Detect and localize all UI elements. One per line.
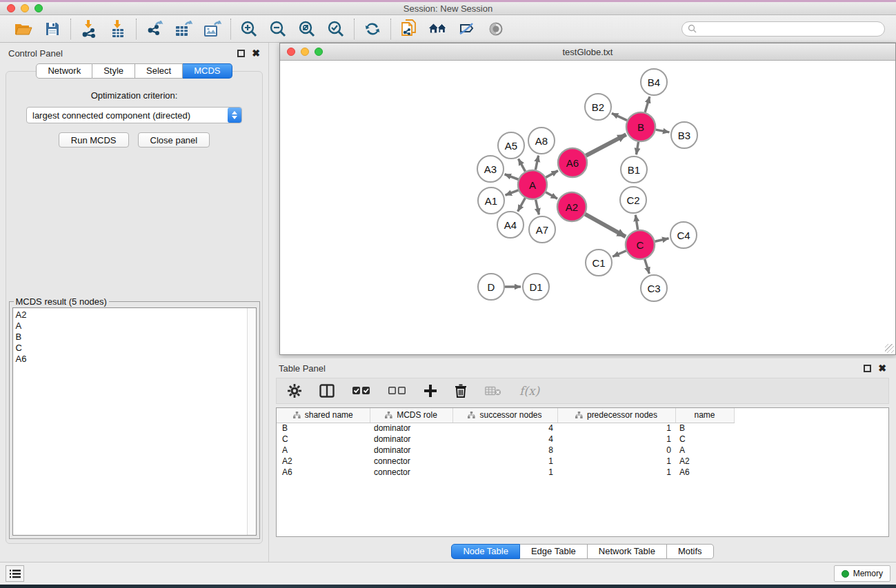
column-header-successor-nodes[interactable]: successor nodes xyxy=(452,408,557,423)
task-history-button[interactable] xyxy=(6,565,24,582)
zoom-selected-icon[interactable] xyxy=(326,19,346,39)
split-view-icon[interactable] xyxy=(319,384,335,398)
eye-icon[interactable] xyxy=(486,19,506,39)
import-table-icon[interactable] xyxy=(108,19,128,39)
edge-A-A3[interactable] xyxy=(505,174,519,179)
edge-C-C4[interactable] xyxy=(655,239,668,241)
deselect-all-icon[interactable] xyxy=(388,387,406,395)
close-table-panel-icon[interactable]: ✖ xyxy=(878,365,886,372)
edge-A-A8[interactable] xyxy=(535,156,538,170)
node-C1[interactable]: C1 xyxy=(586,250,612,276)
node-D[interactable]: D xyxy=(478,274,504,300)
result-item[interactable]: A xyxy=(16,321,256,332)
tab-network[interactable]: Network xyxy=(36,63,92,79)
close-panel-icon[interactable]: ✖ xyxy=(252,50,260,57)
edge-A-A5[interactable] xyxy=(519,159,526,171)
table-row[interactable]: Bdominator41B xyxy=(277,423,880,434)
edge-C-C2[interactable] xyxy=(635,215,637,230)
select-all-icon[interactable] xyxy=(352,387,370,395)
node-table[interactable]: shared nameMCDS rolesuccessor nodesprede… xyxy=(276,407,889,537)
close-panel-button[interactable]: Close panel xyxy=(138,132,210,148)
edge-A-A1[interactable] xyxy=(506,190,519,195)
zoom-out-icon[interactable] xyxy=(268,19,288,39)
float-table-panel-icon[interactable] xyxy=(864,365,871,372)
gear-icon[interactable] xyxy=(288,384,301,398)
table-tab-node-table[interactable]: Node Table xyxy=(451,544,520,559)
search-field[interactable] xyxy=(681,21,885,37)
result-item[interactable]: B xyxy=(16,332,256,343)
node-C4[interactable]: C4 xyxy=(670,222,697,248)
edge-A-A6[interactable] xyxy=(546,171,558,178)
trash-icon[interactable] xyxy=(455,384,467,398)
node-A1[interactable]: A1 xyxy=(478,187,504,214)
edge-B-B1[interactable] xyxy=(637,142,639,155)
open-file-icon[interactable] xyxy=(14,19,33,39)
tab-style[interactable]: Style xyxy=(92,63,135,79)
edge-A-A7[interactable] xyxy=(536,200,539,215)
edge-B-B4[interactable] xyxy=(645,97,650,112)
result-item[interactable]: A6 xyxy=(16,354,256,365)
edge-C-C3[interactable] xyxy=(645,259,650,274)
node-A2[interactable]: A2 xyxy=(557,192,586,221)
node-B4[interactable]: B4 xyxy=(641,69,667,95)
node-B3[interactable]: B3 xyxy=(671,122,697,148)
network-canvas[interactable]: AA1A2A3A4A5A6A7A8BB1B2B3B4CC1C2C3C4DD1 xyxy=(280,61,895,354)
network-graph[interactable]: AA1A2A3A4A5A6A7A8BB1B2B3B4CC1C2C3C4DD1 xyxy=(280,61,895,354)
node-B2[interactable]: B2 xyxy=(585,94,611,120)
edge-B-B2[interactable] xyxy=(612,113,627,120)
table-tab-edge-table[interactable]: Edge Table xyxy=(520,544,588,559)
save-session-icon[interactable] xyxy=(43,19,62,39)
node-C3[interactable]: C3 xyxy=(641,275,667,301)
edge-A6-B[interactable] xyxy=(586,134,626,156)
table-row[interactable]: A6connector11A6 xyxy=(277,467,880,478)
node-A4[interactable]: A4 xyxy=(497,212,524,238)
node-B1[interactable]: B1 xyxy=(621,156,647,183)
tab-mcds[interactable]: MCDS xyxy=(183,63,232,79)
tab-select[interactable]: Select xyxy=(135,63,183,79)
export-network-icon[interactable] xyxy=(145,19,164,39)
refresh-icon[interactable] xyxy=(363,19,382,39)
node-B[interactable]: B xyxy=(626,112,655,141)
import-network-icon[interactable] xyxy=(79,19,99,39)
export-image-icon[interactable] xyxy=(203,19,222,39)
export-table-icon[interactable] xyxy=(174,19,193,39)
column-header-shared-name[interactable]: shared name xyxy=(277,408,370,423)
float-panel-icon[interactable] xyxy=(237,50,245,57)
node-A3[interactable]: A3 xyxy=(477,156,504,182)
edge-A-A4[interactable] xyxy=(518,198,526,211)
table-tab-network-table[interactable]: Network Table xyxy=(588,544,667,559)
node-C[interactable]: C xyxy=(626,230,655,259)
edge-B-B3[interactable] xyxy=(656,130,670,132)
result-item[interactable]: A2 xyxy=(16,310,256,321)
zoom-fit-icon[interactable] xyxy=(297,19,317,39)
edge-A-A2[interactable] xyxy=(546,192,557,199)
edge-C-C1[interactable] xyxy=(613,251,626,257)
network-window-titlebar[interactable]: testGlobe.txt xyxy=(280,43,895,61)
result-scrollbar[interactable] xyxy=(247,308,256,535)
node-A8[interactable]: A8 xyxy=(528,128,555,154)
network-from-selection-icon[interactable] xyxy=(399,19,419,39)
table-row[interactable]: A2connector11A2 xyxy=(277,456,880,467)
table-row[interactable]: Cdominator41C xyxy=(277,434,880,445)
memory-button[interactable]: Memory xyxy=(834,565,890,582)
node-A5[interactable]: A5 xyxy=(498,132,524,159)
hide-labels-icon[interactable] xyxy=(457,19,477,39)
table-tab-motifs[interactable]: Motifs xyxy=(667,544,714,559)
result-item[interactable]: C xyxy=(16,343,256,354)
zoom-in-icon[interactable] xyxy=(239,19,259,39)
column-header-predecessor-nodes[interactable]: predecessor nodes xyxy=(557,408,675,423)
window-resize-grip[interactable] xyxy=(885,344,894,353)
table-row[interactable]: Adominator80A xyxy=(277,445,880,456)
mcds-result-list[interactable]: A2ABCA6 xyxy=(12,307,257,536)
run-mcds-button[interactable]: Run MCDS xyxy=(59,132,129,148)
node-C2[interactable]: C2 xyxy=(620,187,646,213)
node-A6[interactable]: A6 xyxy=(558,148,587,177)
search-input[interactable] xyxy=(697,24,884,34)
node-A[interactable]: A xyxy=(518,170,547,199)
node-D1[interactable]: D1 xyxy=(523,274,549,300)
criterion-select[interactable]: largest connected component (directed) xyxy=(26,107,242,123)
houses-icon[interactable] xyxy=(428,19,448,39)
column-header-MCDS-role[interactable]: MCDS role xyxy=(370,408,452,423)
add-column-icon[interactable] xyxy=(424,385,437,397)
node-A7[interactable]: A7 xyxy=(529,216,555,243)
